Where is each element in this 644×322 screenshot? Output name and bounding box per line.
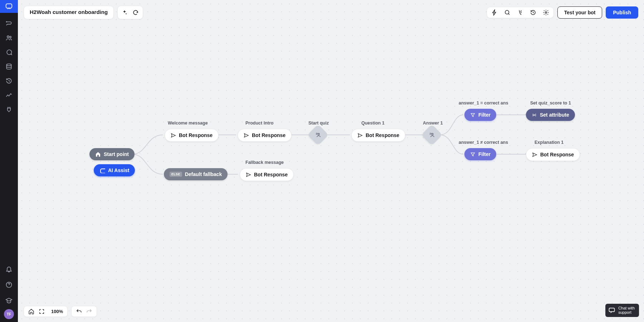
- set-attribute-node[interactable]: Set attribute: [526, 109, 575, 121]
- sidebar-learn[interactable]: [3, 294, 15, 307]
- svg-rect-8: [101, 169, 105, 173]
- fallback-msg-label: Fallback message: [245, 160, 284, 165]
- expand-icon[interactable]: [39, 308, 45, 314]
- user-input-icon: [315, 132, 321, 138]
- start-point-node[interactable]: Start point: [89, 148, 135, 160]
- filter-wrong-label: answer_1 ≠ correct ans: [459, 140, 508, 145]
- ai-tools-chip: [117, 6, 143, 19]
- else-tag: ELSE: [170, 172, 182, 177]
- product-intro-node[interactable]: Bot Response: [238, 129, 292, 142]
- svg-point-6: [505, 10, 509, 14]
- chat-refresh-icon[interactable]: [132, 9, 139, 16]
- question1-node[interactable]: Bot Response: [351, 129, 405, 142]
- gear-icon[interactable]: [543, 9, 549, 16]
- svg-point-1: [6, 21, 7, 22]
- chat-icon: [608, 307, 615, 314]
- test-bot-button[interactable]: Test your bot: [557, 6, 602, 19]
- answer1-node[interactable]: [421, 124, 442, 145]
- svg-point-9: [318, 133, 319, 135]
- sidebar-notifications[interactable]: [3, 263, 15, 275]
- node-label: AI Assist: [108, 167, 129, 173]
- filter-icon: [470, 112, 475, 118]
- explanation-node[interactable]: Bot Response: [526, 148, 580, 161]
- branch-icon[interactable]: [517, 9, 523, 16]
- sidebar-conversations[interactable]: [3, 46, 15, 59]
- sidebar-history[interactable]: [3, 74, 15, 87]
- search-icon[interactable]: [504, 9, 511, 16]
- start-quiz-node[interactable]: [307, 124, 328, 145]
- node-label: Bot Response: [252, 132, 286, 138]
- home-icon[interactable]: [28, 308, 34, 314]
- node-label: Filter: [478, 151, 491, 157]
- node-label: Default fallback: [185, 171, 222, 177]
- set-attribute-icon: [532, 112, 537, 118]
- send-icon: [171, 133, 176, 138]
- chat-line-1: Chat with: [618, 306, 635, 311]
- send-icon: [532, 152, 537, 157]
- node-label: Bot Response: [254, 172, 288, 177]
- history-icon[interactable]: [530, 9, 536, 16]
- send-icon: [244, 133, 249, 138]
- ai-assist-node[interactable]: AI Assist: [94, 164, 135, 176]
- bot-title[interactable]: H2Woah customer onboarding: [24, 6, 114, 19]
- filter-wrong-node[interactable]: Filter: [464, 148, 496, 160]
- toolbar-icons: [487, 7, 554, 18]
- avatar[interactable]: TF: [4, 309, 14, 319]
- svg-rect-0: [6, 4, 12, 8]
- explanation-label: Explanation 1: [535, 140, 564, 145]
- node-label: Filter: [478, 112, 491, 118]
- bolt-icon[interactable]: [491, 9, 498, 16]
- support-chat-widget[interactable]: Chat with support: [605, 304, 639, 317]
- canvas-area[interactable]: H2Woah customer onboarding Test your bot…: [18, 0, 644, 322]
- svg-point-7: [545, 12, 547, 14]
- chat-line-2: support: [618, 310, 635, 315]
- node-label: Bot Response: [179, 132, 213, 138]
- svg-rect-11: [609, 308, 615, 312]
- sidebar-integrations[interactable]: [3, 103, 15, 116]
- node-label: Start point: [104, 151, 129, 157]
- sidebar: TF: [0, 0, 18, 322]
- svg-point-2: [7, 36, 9, 38]
- set-attr-label: Set quiz_score to 1: [530, 101, 571, 106]
- app-logo[interactable]: [0, 0, 18, 13]
- filter-correct-node[interactable]: Filter: [464, 109, 496, 121]
- welcome-label: Welcome message: [168, 121, 208, 126]
- redo-icon[interactable]: [86, 308, 92, 314]
- user-input-icon: [429, 132, 435, 138]
- sidebar-flows[interactable]: [3, 17, 15, 30]
- svg-point-3: [10, 36, 11, 38]
- fallback-response-node[interactable]: Bot Response: [240, 168, 294, 181]
- sidebar-analytics[interactable]: [3, 89, 15, 102]
- filter-icon: [470, 152, 475, 157]
- chat-icon: [99, 167, 105, 173]
- node-label: Bot Response: [540, 152, 574, 157]
- sidebar-users[interactable]: [3, 31, 15, 44]
- question1-label: Question 1: [361, 121, 385, 126]
- topbar: H2Woah customer onboarding Test your bot…: [24, 6, 638, 19]
- answer1-label: Answer 1: [423, 121, 443, 126]
- svg-point-4: [6, 64, 11, 66]
- zoom-level[interactable]: 100%: [51, 309, 63, 314]
- home-icon: [95, 151, 101, 157]
- undo-icon[interactable]: [76, 308, 82, 314]
- send-icon: [246, 172, 251, 177]
- node-label: Set attribute: [540, 112, 569, 118]
- send-icon: [357, 133, 363, 138]
- flow-canvas: Start point AI Assist Welcome message Bo…: [18, 0, 644, 322]
- sidebar-help[interactable]: [3, 278, 15, 291]
- sidebar-database[interactable]: [3, 60, 15, 73]
- start-quiz-label: Start quiz: [308, 121, 329, 126]
- publish-button[interactable]: Publish: [606, 6, 638, 19]
- svg-point-10: [431, 133, 433, 135]
- welcome-response-node[interactable]: Bot Response: [165, 129, 219, 142]
- filter-correct-label: answer_1 = correct ans: [459, 101, 508, 106]
- bottom-toolbar: 100%: [24, 306, 97, 317]
- product-intro-label: Product Intro: [245, 121, 273, 126]
- default-fallback-node[interactable]: ELSE Default fallback: [164, 168, 228, 180]
- sparkle-icon[interactable]: [121, 9, 128, 16]
- node-label: Bot Response: [366, 132, 399, 138]
